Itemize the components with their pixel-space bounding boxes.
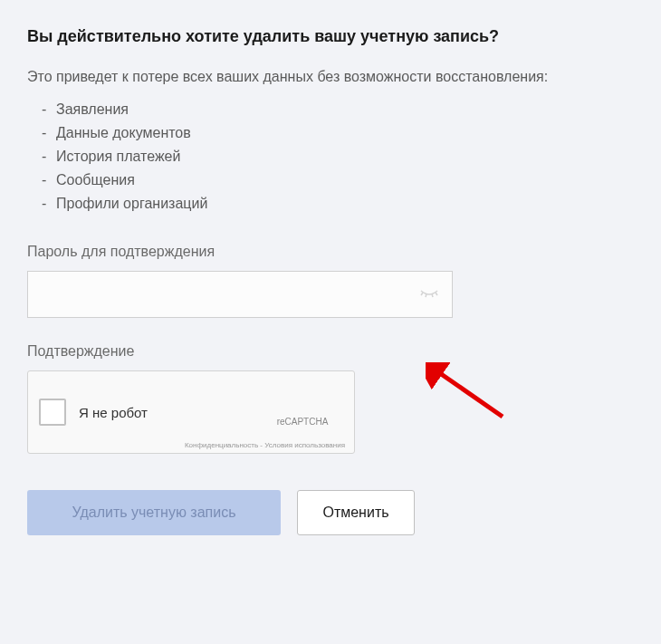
list-item: Заявления (56, 101, 634, 118)
list-item: Профили организаций (56, 196, 634, 212)
password-input[interactable] (27, 271, 453, 318)
button-row: Удалить учетную запись Отменить (27, 490, 634, 535)
list-item: Сообщения (56, 172, 634, 188)
svg-line-1 (426, 294, 426, 298)
annotation-arrow-icon (426, 362, 507, 429)
confirmation-label: Подтверждение (27, 343, 634, 360)
svg-line-0 (421, 293, 423, 295)
data-loss-list: Заявления Данные документов История плат… (27, 101, 634, 212)
recaptcha-checkbox[interactable] (39, 399, 66, 426)
svg-line-2 (432, 294, 433, 298)
cancel-button[interactable]: Отменить (297, 490, 415, 535)
password-label: Пароль для подтверждения (27, 244, 634, 260)
eye-closed-icon[interactable] (418, 282, 440, 307)
recaptcha-label: Я не робот (79, 405, 262, 420)
recaptcha-branding: reCAPTCHA (262, 399, 343, 427)
password-field-wrap (27, 271, 453, 318)
dialog-heading: Вы действительно хотите удалить вашу уче… (27, 27, 634, 46)
svg-line-3 (436, 293, 437, 295)
list-item: История платежей (56, 149, 634, 165)
recaptcha-widget: Я не робот reCAPTCHA Конфиденциальность … (27, 370, 355, 454)
recaptcha-terms: Конфиденциальность - Условия использован… (185, 441, 345, 449)
svg-line-6 (435, 370, 503, 417)
list-item: Данные документов (56, 125, 634, 141)
delete-account-button[interactable]: Удалить учетную запись (27, 490, 281, 535)
recaptcha-brand-text: reCAPTCHA (277, 417, 329, 427)
warning-description: Это приведет к потере всех ваших данных … (27, 69, 634, 85)
